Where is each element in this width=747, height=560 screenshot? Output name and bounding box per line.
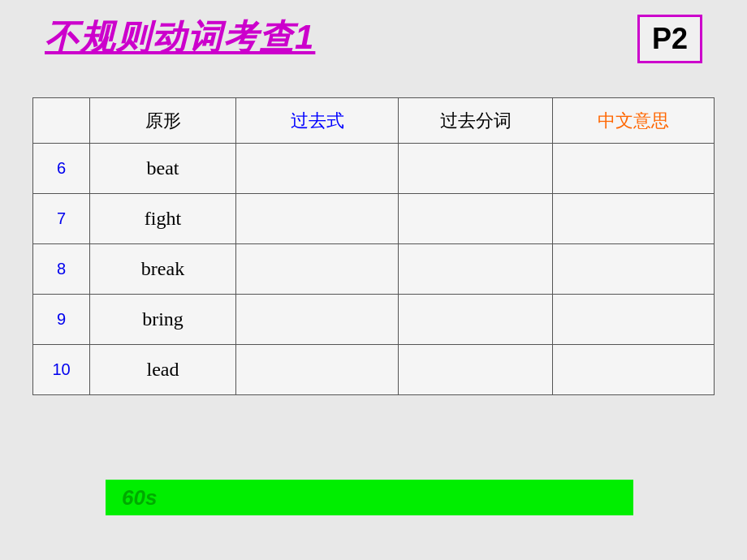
row-num: 6 [33, 144, 90, 194]
row-pp [399, 144, 553, 194]
row-word: lead [90, 345, 236, 395]
page-title: 不规则动词考查1 [45, 18, 315, 56]
table-row: 8 break [33, 244, 715, 295]
row-past [236, 144, 399, 194]
row-meaning [553, 295, 715, 345]
row-word: beat [90, 144, 236, 194]
row-word: fight [90, 194, 236, 244]
row-num: 10 [33, 345, 90, 395]
vocab-table: 原形 过去式 过去分词 中文意思 6 beat 7 fight 8 break … [32, 97, 715, 395]
row-meaning [553, 244, 715, 295]
header-num [33, 98, 90, 144]
row-num: 7 [33, 194, 90, 244]
vocab-table-container: 原形 过去式 过去分词 中文意思 6 beat 7 fight 8 break … [32, 97, 715, 395]
page-badge: P2 [637, 15, 702, 63]
row-past [236, 295, 399, 345]
row-word: bring [90, 295, 236, 345]
row-pp [399, 295, 553, 345]
header-base: 原形 [90, 98, 236, 144]
row-pp [399, 345, 553, 395]
row-past [236, 345, 399, 395]
row-meaning [553, 194, 715, 244]
timer-bar: 60s [106, 480, 633, 515]
row-past [236, 244, 399, 295]
header-past: 过去式 [236, 98, 399, 144]
badge-text: P2 [652, 22, 688, 56]
row-past [236, 194, 399, 244]
row-pp [399, 244, 553, 295]
table-row: 9 bring [33, 295, 715, 345]
row-word: break [90, 244, 236, 295]
table-header-row: 原形 过去式 过去分词 中文意思 [33, 98, 715, 144]
main-page: 不规则动词考查1 P2 原形 过去式 过去分词 中文意思 6 beat 7 fi [0, 0, 747, 560]
table-row: 6 beat [33, 144, 715, 194]
header-meaning: 中文意思 [553, 98, 715, 144]
row-meaning [553, 345, 715, 395]
header-pp: 过去分词 [399, 98, 553, 144]
row-pp [399, 194, 553, 244]
table-row: 10 lead [33, 345, 715, 395]
table-row: 7 fight [33, 194, 715, 244]
timer-text: 60s [122, 485, 157, 510]
row-meaning [553, 144, 715, 194]
row-num: 8 [33, 244, 90, 295]
title-area: 不规则动词考查1 [45, 15, 315, 60]
row-num: 9 [33, 295, 90, 345]
